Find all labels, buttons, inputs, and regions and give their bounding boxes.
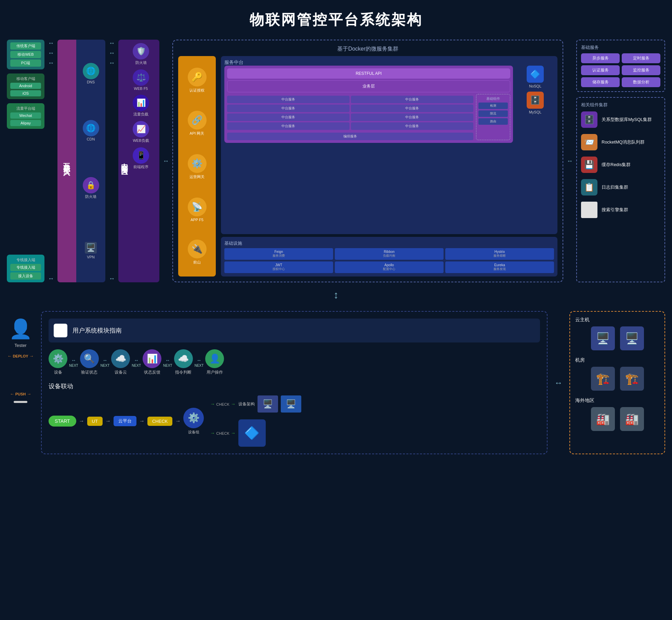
start-btn[interactable]: START [49, 416, 76, 427]
cloud-panel: 云主机 🖥️ 🖥️ 机房 🏗️ 🏗️ 海外地区 🏭 🏭 [569, 311, 665, 454]
arrow-dedicated: ↔ [48, 275, 54, 282]
linkage-flow: START → UT → 云平台 → CHECK → ⚙️ 设备组 → CHEC… [49, 395, 540, 447]
frontend-label: 前端程序 [133, 164, 148, 170]
redis-cluster-icon: 💾 [581, 157, 597, 173]
step-command: ☁️ 指令判断 [174, 349, 193, 375]
vpn-item: 🖥️ VPN [78, 242, 104, 259]
vpn-label: VPN [87, 255, 95, 259]
tester-label: Tester [14, 343, 26, 348]
basic-infrastructure: 基础设施 Feign 服务消费 Ribbon 负载均衡 Hystrix 服务熔断 [221, 237, 557, 277]
mysql-icon: 🗄️ [527, 92, 544, 109]
sec-firewall-label: 防火墙 [135, 60, 147, 65]
arrow-flow: ↔ [48, 59, 54, 67]
mid-service-7: 中台服务 [227, 122, 350, 130]
firewall-icon: 🔒 [83, 177, 99, 193]
flow-platform-label: 流量平台端 [16, 106, 35, 111]
arrow-docker-right: ↔ [567, 158, 573, 165]
user-system-box: 用户系统模块指南 [49, 319, 540, 342]
branch-section: → CHECK → 设备架构 🖥️ 🖥️ → CHECK → 🔷 [210, 395, 301, 447]
cdn-label: CDN [87, 137, 95, 141]
flow-control-item: 限流 [478, 110, 508, 117]
auth-service: 认证服务 [581, 65, 620, 75]
traditional-btn[interactable]: 传统客户端 [10, 42, 41, 50]
mid-service-1: 中台服务 [227, 96, 350, 103]
log-cluster-item: 📋 日志归集集群 [581, 179, 660, 196]
wechat-btn[interactable]: Wechat [10, 112, 41, 119]
mobile-web-btn[interactable]: 移动WEB [10, 51, 41, 58]
dedicated-title: 专线接入端 [16, 257, 35, 262]
step-verify: 🔍 验证状态 [80, 349, 99, 375]
datacenter-1: 🏗️ [591, 367, 615, 391]
monitor-service: 监控服务 [622, 65, 660, 75]
web-load-icon: 📈 [133, 121, 149, 137]
security-zone: 安全隔离区 🛡️ 防火墙 ⚖️ WEB F5 📊 流量负载 📈 WEB负载 📱 … [118, 40, 159, 282]
gateway-column: 🔑 认证授权 🔗 API 网关 ⚙️ 运营网关 📡 APP F5 🔌 [178, 56, 216, 277]
docker-cluster: 基于Docker的微服务集群 🔑 认证授权 🔗 API 网关 ⚙️ 运营网关 📡 [172, 40, 563, 282]
cloud-server-1: 🖥️ [591, 326, 615, 350]
step-status: 📊 状态反馈 [143, 349, 161, 375]
android-btn[interactable]: Android [10, 83, 41, 89]
k8s-icon: 🔷 [238, 419, 266, 447]
flow-arrow-3: ↔ NEXT [132, 358, 141, 367]
hystrix-item: Hystrix 服务熔断 [445, 248, 554, 260]
jwt-item: JWT 授权中心 [224, 261, 333, 273]
access-device-btn[interactable]: 接入设备 [10, 272, 41, 280]
cloud-host-title: 云主机 [575, 317, 659, 323]
internet-access-panel: 互联网接入 [57, 40, 76, 282]
ios-btn[interactable]: iOS [10, 90, 41, 96]
service-platform-title: 服务中台 [224, 59, 554, 66]
pc-btn[interactable]: PC端 [10, 59, 41, 67]
arrow-internet-sec-1: ↔ [109, 40, 115, 47]
dedicated-access-btn[interactable]: 专线接入端 [10, 264, 41, 271]
check-box[interactable]: CHECK [147, 417, 173, 426]
dns-icon: 🌐 [83, 63, 99, 79]
appf5-label: APP F5 [190, 218, 203, 222]
related-clusters-box: 相关组件集群 🗄️ 关系型数据库MySQL集群 📨 RocketMQ消息队列群 … [576, 97, 665, 282]
mid-service-8: 中台服务 [351, 122, 473, 130]
cloud-server-2: 🖥️ [620, 326, 644, 350]
machine-room-section: 机房 🏗️ 🏗️ [575, 357, 659, 391]
step-user-op: 👤 用户操作 [205, 349, 224, 375]
device-indicator [14, 401, 27, 403]
tester-icon: 👤 [9, 318, 32, 340]
alipay-btn[interactable]: Alipay [10, 120, 41, 126]
infra-title: 基础设施 [224, 240, 554, 246]
datacenter-2: 🏗️ [620, 367, 644, 391]
traditional-client-panel: 传统客户端 移动WEB PC端 [7, 40, 44, 69]
internet-access-label: 互联网接入 [62, 158, 71, 164]
cloud-host-section: 云主机 🖥️ 🖥️ [575, 317, 659, 350]
appf5-icon: 📡 [188, 198, 207, 216]
mysql-cluster-icon: 🗄️ [581, 111, 597, 128]
api-gateway-item: 🔗 API 网关 [188, 111, 207, 136]
step-command-label: 指令判断 [175, 369, 192, 375]
api-gateway-label: API 网关 [190, 131, 205, 136]
flow-load-label: 流量负载 [133, 112, 148, 117]
cloud-platform-box: 云平台 [114, 416, 136, 426]
deploy-arrow: ←DEPLOY→ [7, 353, 34, 359]
nosql-icon: 🔷 [527, 66, 544, 83]
dns-label: DNS [87, 80, 95, 84]
flow-load-item: 📊 流量负载 [133, 95, 149, 117]
dedicated-panel: 专线接入端 专线接入端 接入设备 [7, 255, 44, 282]
mysql-label: MySQL [529, 110, 542, 114]
rocketmq-cluster-label: RocketMQ消息队列群 [602, 139, 645, 145]
appf5-item: 📡 APP F5 [188, 198, 207, 222]
step-verify-icon: 🔍 [80, 349, 99, 368]
device-group-icon: ⚙️ [183, 408, 204, 428]
foundation-title: 基础组件 [478, 96, 508, 101]
frontend-icon: 📱 [133, 147, 149, 164]
push-arrow: ←PUSH→ [10, 391, 31, 396]
mid-service-4: 中台服务 [351, 105, 473, 112]
basic-services-box: 基础服务 异步服务 定时服务 认证服务 监控服务 储存服务 数据分析 [576, 40, 665, 92]
mobile-client-label: 移动客户端 [16, 76, 35, 81]
cdn-icon: 🌐 [83, 120, 99, 136]
step-command-icon: ☁️ [174, 349, 193, 368]
dns-item: 🌐 DNS [78, 63, 104, 84]
sec-firewall-icon: 🛡️ [133, 43, 149, 59]
eureka-item: Eureka 服务发现 [445, 261, 554, 273]
step-cloud-label: 设备云 [115, 369, 127, 375]
scheduled-service: 定时服务 [622, 53, 660, 63]
cdn-item: 🌐 CDN [78, 120, 104, 141]
branch-upper: → CHECK → 设备架构 🖥️ 🖥️ [210, 395, 301, 413]
device-group-label: 设备组 [188, 430, 199, 435]
